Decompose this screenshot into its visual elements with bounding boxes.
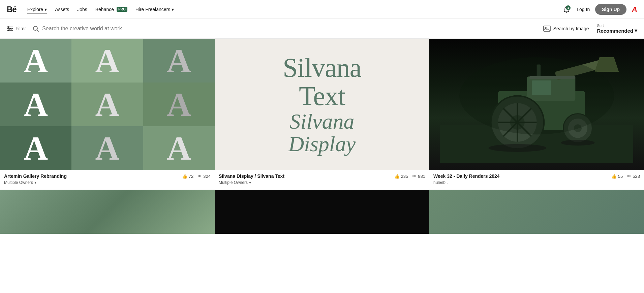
behance-logo[interactable]: Bé <box>7 5 17 14</box>
projects-grid: A A A A A A A A A Artemin Gallery Rebran… <box>0 39 644 190</box>
owner-dropdown-arrow: ▾ <box>249 180 251 185</box>
thumbnail-week32[interactable] <box>429 39 644 170</box>
project-card-artemin: A A A A A A A A A Artemin Gallery Rebran… <box>0 39 215 190</box>
svg-point-4 <box>10 28 12 29</box>
project-title-silvana: Silvana Display / Silvana Text <box>219 173 284 179</box>
image-search-icon <box>543 26 551 32</box>
search-by-image-button[interactable]: Search by Image <box>543 26 589 32</box>
row2-card-3 <box>429 190 644 234</box>
view-count: 324 <box>203 174 211 179</box>
project-title-row-artemin: Artemin Gallery Rebranding 👍 72 👁 324 <box>4 173 211 179</box>
svg-point-29 <box>561 140 594 145</box>
project-title-row-silvana: Silvana Display / Silvana Text 👍 235 👁 8… <box>219 173 425 179</box>
svg-point-3 <box>8 26 9 28</box>
navbar-right: 1 Log In Sign Up A <box>562 4 637 15</box>
nav-jobs[interactable]: Jobs <box>77 5 87 13</box>
project-owner-artemin[interactable]: Multiple Owners ▾ <box>4 180 211 185</box>
search-icon <box>33 26 39 32</box>
chevron-down-icon: ▾ <box>172 7 174 12</box>
like-stat-silvana: 👍 235 <box>394 174 408 179</box>
view-stat-silvana: 👁 881 <box>412 174 425 179</box>
view-count: 523 <box>633 174 640 179</box>
project-info-silvana: Silvana Display / Silvana Text 👍 235 👁 8… <box>215 170 429 190</box>
silvana-line4: Display <box>283 133 361 155</box>
search-input-wrapper <box>33 26 536 32</box>
svg-point-30 <box>459 57 614 134</box>
project-info-artemin: Artemin Gallery Rebranding 👍 72 👁 324 Mu <box>0 170 215 190</box>
search-bar: Filter Search by Image Sort Recommended … <box>0 19 644 39</box>
view-stat-artemin: 👁 324 <box>197 174 211 179</box>
tractor-illustration <box>440 39 633 163</box>
navbar: Bé Explore ▾ Assets Jobs Behance PRO Hir… <box>0 0 644 19</box>
project-info-week32: Week 32 - Daily Renders 2024 👍 55 👁 523 <box>429 170 644 190</box>
row2-thumbnail-2[interactable] <box>215 190 429 234</box>
project-title-artemin: Artemin Gallery Rebranding <box>4 173 67 179</box>
filter-label: Filter <box>16 26 26 31</box>
nav-hire-freelancers[interactable]: Hire Freelancers ▾ <box>135 5 174 13</box>
view-count: 881 <box>418 174 425 179</box>
search-bar-right: Search by Image Sort Recommended ▾ <box>543 24 637 34</box>
like-count: 55 <box>618 174 623 179</box>
row2-card-1 <box>0 190 215 234</box>
sort-value: Recommended <box>597 28 633 34</box>
svg-line-7 <box>37 30 39 32</box>
silvana-display-text: Silvana Text Silvana Display <box>283 54 361 155</box>
login-button[interactable]: Log In <box>577 7 590 12</box>
view-stat-week32: 👁 523 <box>627 174 640 179</box>
search-input[interactable] <box>42 26 536 32</box>
thumbnail-silvana[interactable]: Silvana Text Silvana Display <box>215 39 429 170</box>
like-count: 72 <box>189 174 193 179</box>
adobe-logo: A <box>632 5 637 14</box>
nav-explore[interactable]: Explore ▾ <box>27 5 47 13</box>
like-stat-week32: 👍 55 <box>611 174 623 179</box>
silvana-line1: Silvana <box>283 54 361 82</box>
silvana-line3: Silvana <box>283 110 361 133</box>
like-stat-artemin: 👍 72 <box>182 174 193 179</box>
like-icon: 👍 <box>394 174 400 179</box>
like-count: 235 <box>401 174 408 179</box>
svg-marker-25 <box>594 57 619 72</box>
project-owner-week32[interactable]: huleeb . <box>433 180 640 185</box>
sort-wrapper: Sort Recommended ▾ <box>597 24 637 34</box>
row2-card-2 <box>215 190 429 234</box>
project-stats-week32: 👍 55 👁 523 <box>611 174 640 179</box>
signup-button[interactable]: Sign Up <box>595 4 626 15</box>
project-title-row-week32: Week 32 - Daily Renders 2024 👍 55 👁 523 <box>433 173 640 179</box>
row2-grid <box>0 190 644 234</box>
owner-dropdown-arrow: ▾ <box>34 180 36 185</box>
owner-name: huleeb . <box>433 180 448 185</box>
svg-point-5 <box>8 30 10 31</box>
project-card-silvana: Silvana Text Silvana Display Silvana Dis… <box>215 39 429 190</box>
project-card-week32: Week 32 - Daily Renders 2024 👍 55 👁 523 <box>429 39 644 190</box>
view-icon: 👁 <box>412 174 417 179</box>
filter-icon <box>7 26 13 31</box>
search-by-image-label: Search by Image <box>553 26 589 31</box>
nav-behance[interactable]: Behance PRO <box>95 5 127 13</box>
silvana-line2: Text <box>283 82 361 110</box>
row2-thumbnail-3[interactable] <box>429 190 644 234</box>
like-icon: 👍 <box>182 174 187 179</box>
svg-point-28 <box>488 144 546 152</box>
view-icon: 👁 <box>197 174 202 179</box>
thumbnail-artemin[interactable]: A A A A A A A A A <box>0 39 215 170</box>
notification-button[interactable]: 1 <box>562 5 571 14</box>
owner-name: Multiple Owners <box>219 180 248 185</box>
sort-label: Sort <box>597 24 637 28</box>
chevron-down-icon: ▾ <box>635 28 637 34</box>
project-owner-silvana[interactable]: Multiple Owners ▾ <box>219 180 425 185</box>
owner-name: Multiple Owners <box>4 180 33 185</box>
project-title-week32: Week 32 - Daily Renders 2024 <box>433 173 500 179</box>
nav-assets[interactable]: Assets <box>55 5 69 13</box>
filter-button[interactable]: Filter <box>7 26 26 31</box>
chevron-down-icon: ▾ <box>44 7 47 12</box>
sort-button[interactable]: Recommended ▾ <box>597 28 637 34</box>
pro-badge: PRO <box>117 7 127 12</box>
content-area: A A A A A A A A A Artemin Gallery Rebran… <box>0 39 644 247</box>
project-stats-artemin: 👍 72 👁 324 <box>182 174 211 179</box>
view-icon: 👁 <box>627 174 631 179</box>
like-icon: 👍 <box>611 174 617 179</box>
notification-count: 1 <box>566 5 571 10</box>
row2-thumbnail-1[interactable] <box>0 190 215 234</box>
project-stats-silvana: 👍 235 👁 881 <box>394 174 425 179</box>
svg-rect-8 <box>544 26 550 31</box>
